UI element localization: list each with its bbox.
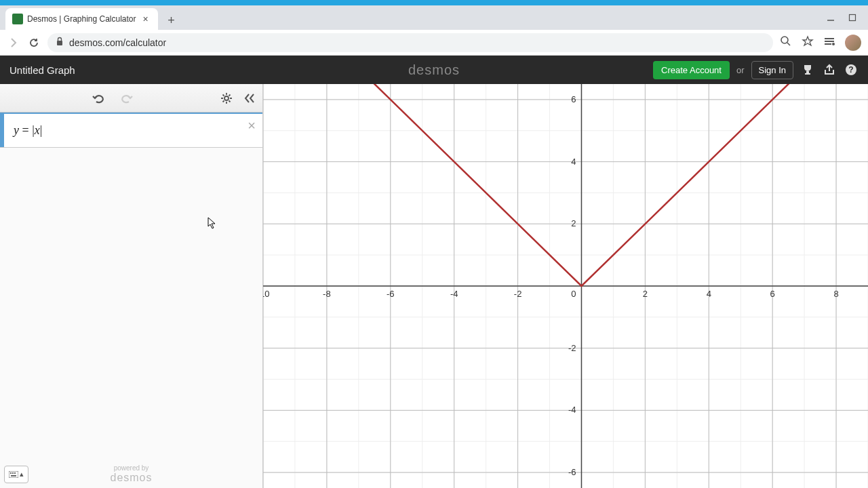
- url-text: desmos.com/calculator: [69, 37, 166, 48]
- expression-panel: y = |x| × ▴ powered by desmos: [0, 84, 263, 488]
- or-label: or: [736, 65, 745, 75]
- delete-expression-icon[interactable]: ×: [248, 118, 256, 134]
- collapse-icon[interactable]: [242, 91, 257, 106]
- trophy-icon[interactable]: [800, 62, 815, 77]
- svg-text:-2: -2: [514, 289, 522, 299]
- keyboard-toggle[interactable]: ▴: [4, 466, 28, 483]
- svg-point-8: [832, 43, 835, 45]
- svg-point-11: [224, 96, 229, 100]
- redo-icon[interactable]: [119, 91, 134, 106]
- svg-text:-6: -6: [387, 289, 395, 299]
- svg-text:4: 4: [571, 157, 576, 167]
- svg-text:0: 0: [571, 289, 576, 299]
- browser-tab[interactable]: Desmos | Graphing Calculator ×: [5, 8, 158, 30]
- expr-eq: =: [19, 123, 32, 137]
- svg-text:6: 6: [571, 94, 576, 104]
- svg-rect-16: [11, 475, 16, 476]
- svg-rect-1: [850, 15, 856, 21]
- new-tab-button[interactable]: +: [162, 11, 181, 30]
- window-accent-bar: [0, 0, 868, 5]
- help-icon[interactable]: ?: [844, 62, 859, 77]
- gear-icon[interactable]: [219, 91, 234, 106]
- share-icon[interactable]: [822, 62, 837, 77]
- svg-rect-13: [10, 472, 12, 474]
- powered-by: powered by desmos: [110, 464, 152, 484]
- create-account-button[interactable]: Create Account: [653, 61, 730, 79]
- tab-favicon: [12, 14, 23, 24]
- reload-icon[interactable]: [27, 36, 41, 49]
- svg-line-4: [787, 43, 790, 45]
- svg-rect-7: [825, 43, 831, 45]
- svg-rect-12: [9, 471, 18, 478]
- expr-var: x: [35, 123, 40, 137]
- svg-rect-6: [825, 41, 834, 42]
- media-icon[interactable]: [823, 35, 835, 50]
- window-controls: [815, 5, 868, 30]
- svg-text:-4: -4: [450, 289, 458, 299]
- svg-text:4: 4: [707, 289, 711, 299]
- profile-avatar[interactable]: [845, 35, 861, 51]
- svg-text:-2: -2: [568, 343, 576, 353]
- lock-icon: [56, 37, 64, 48]
- svg-rect-2: [57, 41, 62, 45]
- browser-tab-bar: Desmos | Graphing Calculator × +: [0, 5, 868, 30]
- powered-label: powered by: [110, 464, 152, 472]
- svg-text:-4: -4: [568, 405, 576, 415]
- tab-title: Desmos | Graphing Calculator: [27, 14, 136, 24]
- graph-canvas[interactable]: -10-8-6-4-22468-6-4-22460: [263, 84, 868, 488]
- close-icon[interactable]: ×: [140, 14, 151, 24]
- expression-input[interactable]: y = |x|: [4, 123, 42, 138]
- expr-lhs: y: [14, 123, 19, 137]
- browser-address-bar: desmos.com/calculator: [0, 30, 868, 56]
- expression-row[interactable]: y = |x| ×: [0, 113, 262, 148]
- svg-text:-10: -10: [263, 289, 269, 299]
- forward-icon[interactable]: [7, 36, 20, 49]
- bookmark-icon[interactable]: [802, 35, 814, 50]
- expression-toolbar: [0, 84, 262, 113]
- app-logo: desmos: [408, 62, 460, 78]
- maximize-icon[interactable]: [848, 13, 857, 22]
- svg-text:6: 6: [770, 289, 775, 299]
- main-area: y = |x| × ▴ powered by desmos -10-8-6-4-…: [0, 84, 868, 488]
- svg-text:2: 2: [571, 218, 576, 228]
- svg-text:8: 8: [833, 289, 838, 299]
- svg-text:-6: -6: [568, 467, 576, 477]
- svg-point-3: [781, 37, 788, 43]
- graph-svg: -10-8-6-4-22468-6-4-22460: [263, 84, 868, 488]
- graph-title[interactable]: Untitled Graph: [9, 64, 75, 76]
- svg-rect-15: [14, 472, 16, 474]
- url-input[interactable]: desmos.com/calculator: [47, 33, 773, 52]
- app-header: Untitled Graph desmos Create Account or …: [0, 56, 868, 84]
- svg-rect-14: [12, 472, 14, 474]
- minimize-icon[interactable]: [826, 13, 835, 22]
- zoom-icon[interactable]: [780, 35, 792, 50]
- mouse-cursor: [208, 217, 217, 229]
- svg-text:?: ?: [848, 65, 853, 75]
- powered-brand: desmos: [110, 472, 152, 484]
- sign-in-button[interactable]: Sign In: [751, 61, 793, 79]
- svg-text:2: 2: [643, 289, 648, 299]
- undo-icon[interactable]: [92, 91, 106, 106]
- svg-text:-8: -8: [323, 289, 331, 299]
- svg-rect-5: [825, 38, 834, 39]
